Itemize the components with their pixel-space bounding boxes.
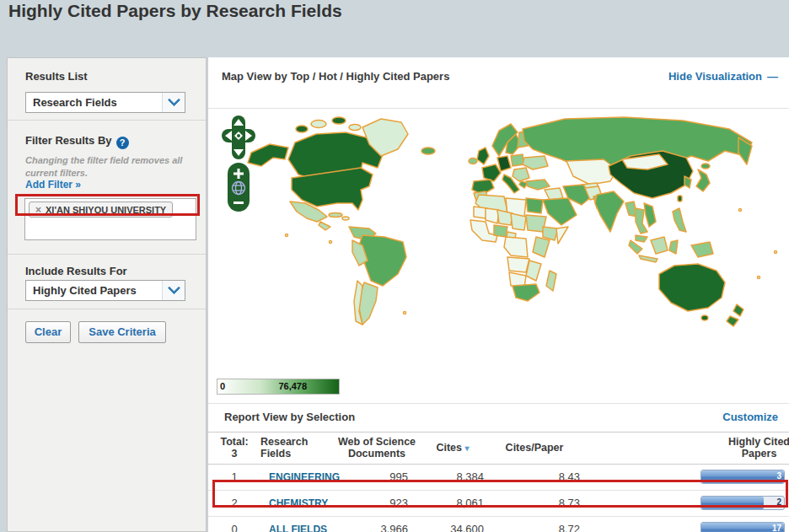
table-row-all-fields: 0 ALL FIELDS 3,966 34,600 8.72 17 <box>208 516 789 532</box>
total-header: Total:3 <box>208 433 260 465</box>
table-row-engineering: 1 ENGINEERING 995 8,384 8.43 3 <box>208 464 789 490</box>
total-value: 3 <box>232 448 238 459</box>
highly-cited-label: Highly Cited Papers <box>728 436 789 460</box>
remove-filter-icon[interactable]: × <box>35 204 41 216</box>
sort-desc-icon: ▾ <box>465 443 470 453</box>
table-header-row: Total:3 Research Fields Web of Science D… <box>208 433 789 465</box>
cites-label: Cites <box>436 442 462 454</box>
minus-icon: — <box>767 70 778 83</box>
row-rank: 0 <box>208 516 260 532</box>
sidebar: Results List Research Fields Filter Resu… <box>7 57 207 532</box>
filter-tag[interactable]: × XI'AN SHIYOU UNIVERSITY <box>29 202 173 218</box>
divider <box>8 120 206 121</box>
results-list-label: Results List <box>25 70 88 83</box>
filter-note: Changing the filter field removes all cu… <box>25 154 192 180</box>
row-cites-per-paper: 8.72 <box>486 516 582 532</box>
chevron-down-icon[interactable] <box>162 281 185 300</box>
highly-cited-bar: 17 <box>700 522 785 532</box>
include-results-select[interactable]: Highly Cited Papers <box>25 280 185 301</box>
map-view-title: Map View by Top / Hot / Highly Cited Pap… <box>222 70 449 83</box>
filter-tag-label: XI'AN SHIYOU UNIVERSITY <box>46 205 166 215</box>
page-title: Highly Cited Papers by Research Fields <box>8 1 342 21</box>
world-map[interactable] <box>236 109 789 374</box>
row-cites: 8,061 <box>419 490 486 516</box>
clear-button[interactable]: Clear <box>25 321 71 343</box>
hide-visualization-label: Hide Visualization <box>668 70 762 83</box>
main-panel: Map View by Top / Hot / Highly Cited Pap… <box>207 57 789 532</box>
divider <box>208 403 789 404</box>
add-filter-link[interactable]: Add Filter » <box>25 179 81 191</box>
include-results-value: Highly Cited Papers <box>26 284 162 297</box>
row-cites-per-paper: 8.73 <box>486 490 582 516</box>
legend-max-value: 76,478 <box>278 381 307 391</box>
total-label: Total: <box>220 436 248 448</box>
save-criteria-button[interactable]: Save Criteria <box>78 321 166 343</box>
column-header-documents[interactable]: Web of Science Documents <box>335 433 419 465</box>
legend-min-value: 0 <box>220 381 225 391</box>
highly-cited-bar: 3 <box>700 470 785 484</box>
highly-cited-bar: 2 <box>700 496 785 510</box>
results-list-value: Research Fields <box>26 96 162 109</box>
field-link-chemistry[interactable]: CHEMISTRY <box>269 497 328 509</box>
app-window: Highly Cited Papers by Research Fields R… <box>0 0 789 532</box>
filter-results-by-text: Filter Results By <box>25 134 112 147</box>
divider <box>8 309 206 309</box>
row-documents: 923 <box>335 490 419 516</box>
map-color-legend: 0 76,478 <box>217 379 340 395</box>
results-list-select[interactable]: Research Fields <box>25 92 185 113</box>
row-cites-per-paper: 8.43 <box>486 464 582 490</box>
chevron-down-icon[interactable] <box>162 93 185 112</box>
row-documents: 3,966 <box>335 516 419 532</box>
row-cites: 34,600 <box>419 516 486 532</box>
row-rank: 2 <box>208 490 260 516</box>
filter-results-by-label: Filter Results By? <box>25 134 129 149</box>
highly-cited-count: 17 <box>772 524 781 532</box>
column-header-cites-per-paper[interactable]: Cites/Paper <box>486 433 582 465</box>
row-cites: 8,384 <box>419 464 486 490</box>
column-header-highly-cited[interactable]: Highly Cited Papers <box>582 433 789 465</box>
help-icon[interactable]: ? <box>116 137 129 149</box>
highly-cited-count: 3 <box>776 471 781 481</box>
row-rank: 1 <box>208 464 260 490</box>
column-header-research-fields[interactable]: Research Fields <box>260 433 335 465</box>
highly-cited-count: 2 <box>776 497 781 507</box>
include-results-label: Include Results For <box>25 265 127 277</box>
field-link-engineering[interactable]: ENGINEERING <box>269 471 340 483</box>
report-view-title: Report View by Selection <box>224 411 355 423</box>
row-documents: 995 <box>335 464 419 490</box>
hide-visualization-link[interactable]: Hide Visualization— <box>668 70 778 83</box>
customize-link[interactable]: Customize <box>722 411 778 423</box>
table-row-chemistry: 2 CHEMISTRY 923 8,061 8.73 2 <box>208 490 789 516</box>
field-link-all-fields[interactable]: ALL FIELDS <box>269 524 327 532</box>
filter-list-box[interactable]: × XI'AN SHIYOU UNIVERSITY <box>24 198 196 240</box>
column-header-cites[interactable]: Cites ▾ <box>419 433 486 465</box>
divider <box>8 254 206 255</box>
report-table: Total:3 Research Fields Web of Science D… <box>208 432 789 532</box>
